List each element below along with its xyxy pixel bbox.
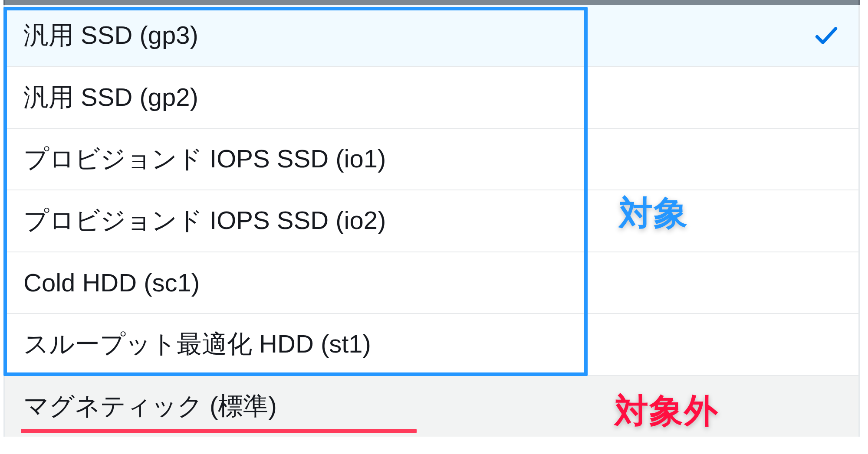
option-io1[interactable]: プロビジョンド IOPS SSD (io1) bbox=[5, 129, 858, 190]
option-io2[interactable]: プロビジョンド IOPS SSD (io2) bbox=[5, 190, 858, 252]
option-label: 汎用 SSD (gp2) bbox=[23, 81, 198, 114]
option-label: プロビジョンド IOPS SSD (io1) bbox=[23, 142, 386, 176]
option-sc1[interactable]: Cold HDD (sc1) bbox=[5, 252, 858, 314]
option-magnetic-standard[interactable]: マグネティック (標準) bbox=[5, 376, 858, 437]
page-root: 汎用 SSD (gp3) 汎用 SSD (gp2) プロビジョンド IOPS S… bbox=[0, 0, 868, 454]
option-gp2[interactable]: 汎用 SSD (gp2) bbox=[5, 67, 858, 128]
option-label: スループット最適化 HDD (st1) bbox=[23, 327, 371, 361]
collapsed-select-edge bbox=[3, 0, 860, 5]
option-label: 汎用 SSD (gp3) bbox=[23, 19, 198, 52]
option-label: マグネティック (標準) bbox=[23, 389, 277, 423]
option-st1[interactable]: スループット最適化 HDD (st1) bbox=[5, 314, 858, 376]
check-icon bbox=[812, 22, 840, 49]
volume-type-dropdown[interactable]: 汎用 SSD (gp3) 汎用 SSD (gp2) プロビジョンド IOPS S… bbox=[3, 5, 860, 437]
option-label: Cold HDD (sc1) bbox=[23, 268, 200, 297]
option-gp3[interactable]: 汎用 SSD (gp3) bbox=[5, 5, 858, 67]
option-label: プロビジョンド IOPS SSD (io2) bbox=[23, 204, 386, 238]
